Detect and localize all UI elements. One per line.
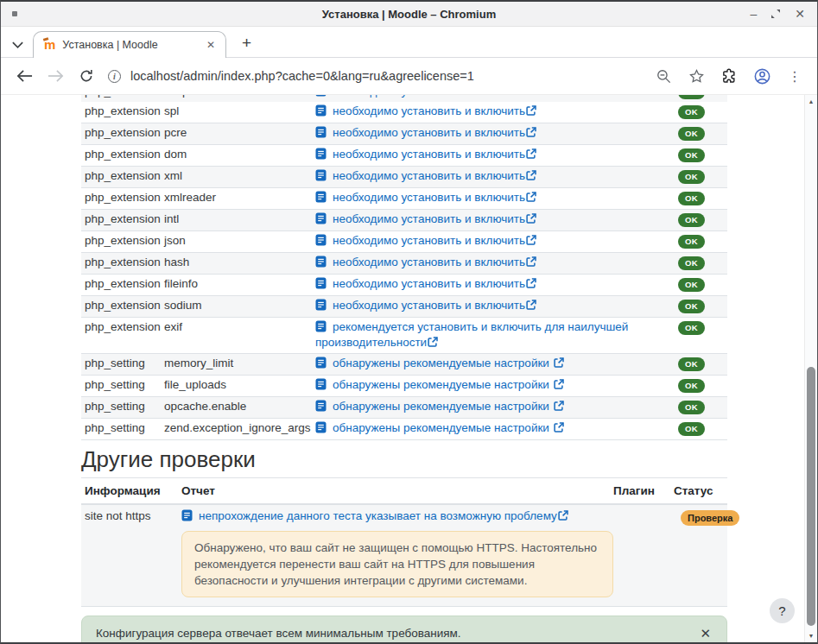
partial-row-clip: php_extension simplexml необходимо устан… xyxy=(81,95,727,102)
external-link-icon xyxy=(526,105,536,119)
reload-icon[interactable] xyxy=(73,63,99,89)
requirement-type: php_extension xyxy=(81,169,161,183)
requirement-report: необходимо установить и включить xyxy=(312,277,675,293)
report-link[interactable]: обнаружены рекомендуемые настройки xyxy=(333,378,549,391)
requirement-status: OK xyxy=(675,126,727,141)
check-status: Проверка xyxy=(677,509,734,526)
status-ok-badge: OK xyxy=(678,321,705,335)
requirement-name: pcre xyxy=(161,126,312,140)
report-link[interactable]: необходимо установить и включить xyxy=(333,234,525,247)
requirement-row: php_setting memory_limit обнаружены реко… xyxy=(81,354,727,376)
requirement-report: необходимо установить и включить xyxy=(312,104,675,120)
requirement-report: обнаружены рекомендуемые настройки xyxy=(312,421,675,437)
requirement-type: php_extension xyxy=(81,320,161,334)
scroll-up-icon[interactable]: ▲ xyxy=(805,98,817,104)
requirement-report: необходимо установить и включить xyxy=(312,212,675,228)
tab-installation[interactable]: m Установка | Moodle ✕ xyxy=(33,31,226,58)
requirement-status: OK xyxy=(675,148,727,162)
tab-title: Установка | Moodle xyxy=(62,39,203,51)
requirement-status: OK xyxy=(675,212,727,227)
requirement-status: OK xyxy=(675,256,727,270)
requirement-name: file_uploads xyxy=(161,378,312,392)
requirement-status: OK xyxy=(675,400,727,414)
docs-book-icon xyxy=(315,299,327,314)
report-link[interactable]: необходимо установить и включить xyxy=(333,104,525,117)
requirement-status: OK xyxy=(675,421,727,436)
scrollbar[interactable]: ▲ ▼ xyxy=(804,95,817,642)
help-button[interactable]: ? xyxy=(770,598,795,623)
external-link-icon xyxy=(526,127,536,141)
external-link-icon xyxy=(554,379,564,393)
report-link[interactable]: необходимо установить и включить xyxy=(333,169,525,182)
requirement-type: php_extension xyxy=(81,299,161,313)
report-link[interactable]: необходимо установить и включить xyxy=(333,299,525,312)
requirement-row: php_extension sodium необходимо установи… xyxy=(81,296,727,318)
extensions-puzzle-icon[interactable] xyxy=(717,64,741,88)
report-link[interactable]: необходимо установить и включить xyxy=(333,148,525,161)
alert-close-icon[interactable]: ✕ xyxy=(698,626,713,641)
requirements-table: php_extension spl необходимо установить … xyxy=(81,102,727,440)
tab-close-icon[interactable]: ✕ xyxy=(203,37,219,53)
requirement-report: обнаружены рекомендуемые настройки xyxy=(312,378,675,394)
status-ok-badge: OK xyxy=(678,213,705,227)
docs-book-icon xyxy=(315,256,327,271)
docs-book-icon xyxy=(315,169,327,185)
docs-book-icon xyxy=(181,509,193,524)
external-link-icon xyxy=(526,256,536,270)
back-icon[interactable] xyxy=(11,63,37,89)
status-ok-badge: OK xyxy=(678,235,705,249)
scroll-down-icon[interactable]: ▼ xyxy=(805,633,817,639)
external-link-icon xyxy=(526,192,536,205)
requirement-status: OK xyxy=(675,95,727,99)
requirement-report: рекомендуется установить и включить для … xyxy=(312,320,675,350)
report-link[interactable]: рекомендуется установить и включить для … xyxy=(315,320,628,349)
report-link[interactable]: обнаружены рекомендуемые настройки xyxy=(333,421,549,434)
restore-button[interactable] xyxy=(770,9,781,19)
minimize-button[interactable]: – xyxy=(750,8,757,20)
requirement-row: php_extension exif рекомендуется установ… xyxy=(81,318,727,354)
success-alert-text: Конфигурация сервера отвечает всем миним… xyxy=(96,627,461,640)
profile-avatar-icon[interactable] xyxy=(750,64,774,88)
moodle-favicon-icon: m xyxy=(44,39,55,51)
requirement-status: OK xyxy=(675,104,727,119)
bookmark-star-icon[interactable] xyxy=(684,64,708,88)
browser-window: Установка | Moodle – Chromium – ✕ m Уста… xyxy=(0,0,818,644)
scrollbar-thumb[interactable] xyxy=(807,367,815,626)
requirement-row: php_extension json необходимо установить… xyxy=(81,231,727,253)
requirement-status: OK xyxy=(675,357,727,371)
requirement-row: php_extension spl необходимо установить … xyxy=(81,102,727,123)
requirement-status: OK xyxy=(675,234,727,249)
url-bar[interactable]: localhost/admin/index.php?cache=0&lang=r… xyxy=(130,69,474,83)
tab-strip: m Установка | Moodle ✕ + xyxy=(1,27,817,58)
close-button[interactable]: ✕ xyxy=(795,8,805,20)
status-ok-badge: OK xyxy=(678,192,705,205)
column-header-plugin: Плагин xyxy=(610,484,670,497)
requirement-report: необходимо установить и включить xyxy=(312,256,675,271)
requirement-name: opcache.enable xyxy=(161,400,312,414)
external-link-icon xyxy=(554,357,564,371)
status-ok-badge: OK xyxy=(678,357,705,371)
requirement-row: php_extension xml необходимо установить … xyxy=(81,167,727,188)
report-link[interactable]: необходимо установить и включить xyxy=(333,126,525,139)
new-tab-button[interactable]: + xyxy=(242,36,251,50)
report-link[interactable]: необходимо установить и включить xyxy=(333,212,525,225)
report-link[interactable]: необходимо установить и включить xyxy=(333,256,525,268)
report-link[interactable]: непрохождение данного теста указывает на… xyxy=(199,509,557,522)
docs-book-icon xyxy=(315,104,327,120)
browser-menu-icon[interactable]: ⋮ xyxy=(783,64,807,88)
report-link[interactable]: необходимо установить и включить xyxy=(333,191,525,204)
report-link[interactable]: необходимо установить и включить xyxy=(333,277,525,290)
external-link-icon xyxy=(558,510,568,523)
forward-icon[interactable] xyxy=(42,63,68,89)
external-link-icon xyxy=(554,401,564,414)
report-link[interactable]: обнаружены рекомендуемые настройки xyxy=(333,400,549,413)
site-info-icon[interactable]: i xyxy=(108,70,121,83)
status-ok-badge: OK xyxy=(678,95,705,99)
status-ok-badge: OK xyxy=(678,170,705,184)
report-link[interactable]: необходимо установить и включить xyxy=(333,95,525,98)
report-link[interactable]: обнаружены рекомендуемые настройки xyxy=(333,357,549,369)
tab-search-chevron-icon[interactable] xyxy=(11,41,24,49)
zoom-icon[interactable] xyxy=(651,64,675,88)
other-checks-header-row: Информация Отчет Плагин Статус xyxy=(81,477,727,505)
docs-book-icon xyxy=(315,400,327,415)
